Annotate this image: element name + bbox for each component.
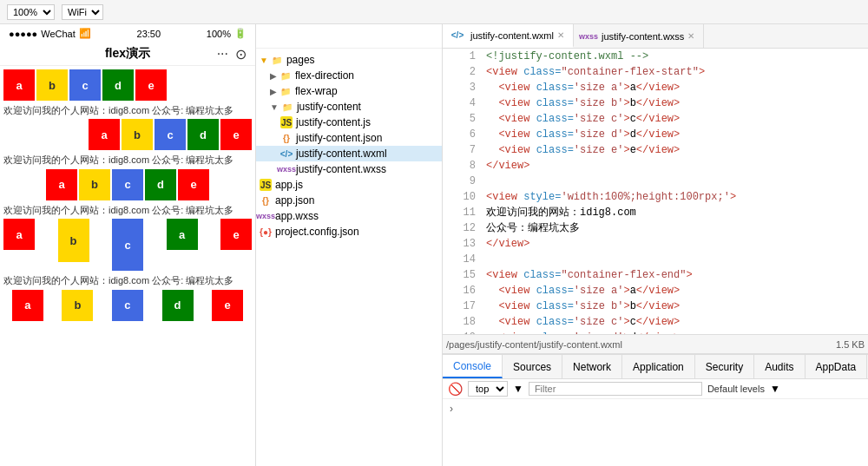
tree-item-jc-json[interactable]: {} justify-content.json: [256, 130, 442, 146]
stop-icon[interactable]: 🚫: [448, 382, 463, 396]
devtools-tab-appdata[interactable]: AppData: [806, 355, 868, 378]
box-b-5: b: [62, 290, 93, 321]
box-e-2: e: [220, 119, 252, 150]
tree-label-flex-dir: flex-direction: [295, 69, 354, 82]
bottom-file-size: 1.5 KB: [836, 339, 865, 350]
wifi-select[interactable]: WiFi: [62, 4, 103, 20]
box-c-2: c: [155, 119, 186, 150]
default-levels-arrow[interactable]: ▼: [770, 383, 780, 395]
folder-icon-jc: 📁: [281, 101, 293, 113]
line-content-12: 公众号：编程坑太多: [486, 220, 861, 236]
tree-item-jc-wxss[interactable]: wxss justify-content.wxss: [256, 161, 442, 177]
js-icon-jc: JS: [280, 116, 293, 128]
devtools-tab-application[interactable]: Application: [622, 355, 695, 378]
tree-label-projectconfig: project.config.json: [275, 226, 359, 238]
tree-item-appwxss[interactable]: wxss app.wxss: [256, 208, 442, 224]
tree-label-pages: pages: [286, 54, 315, 66]
code-editor[interactable]: 1<!justify-content.wxml -->2<view class=…: [443, 49, 868, 334]
box-e-1: e: [135, 69, 167, 101]
code-line-13: 13</view>: [443, 236, 868, 252]
flex-row-end: a b c d e: [3, 119, 252, 150]
tab-wxml[interactable]: </> justify-content.wxml ✕: [443, 24, 574, 48]
zoom-select[interactable]: 100%: [7, 4, 55, 20]
tree-label-jc-wxss: justify-content.wxss: [296, 163, 386, 175]
code-line-1: 1<!justify-content.wxml -->: [443, 49, 868, 64]
flex-row-center: a b c d e: [3, 169, 252, 200]
line-number-11: 11: [450, 205, 476, 220]
tree-label-appjson: app.json: [275, 194, 314, 207]
section-text-1: 欢迎访问我的个人网站：idig8.com 公众号: 编程坑太多: [3, 102, 252, 119]
line-content-6: <view class='size d'>d</view>: [486, 127, 861, 142]
code-line-4: 4 <view class='size b'>b</view>: [443, 95, 868, 111]
line-number-13: 13: [450, 236, 476, 252]
tree-item-jc-wxml[interactable]: </> justify-content.wxml: [256, 146, 442, 161]
tree-label-jc-json: justify-content.json: [296, 132, 382, 144]
zoom-control[interactable]: 100%: [7, 4, 55, 20]
tab-wxss-label: justify-content.wxss: [602, 31, 684, 42]
tree-item-flex-direction[interactable]: ▶ 📁 flex-direction: [256, 68, 442, 83]
devtools-content: 🚫 top ▼ Default levels ▼ ›: [443, 379, 868, 466]
tree-item-appjson[interactable]: {} app.json: [256, 193, 442, 208]
devtools-panel: Console Sources Network Application Secu…: [443, 353, 868, 466]
context-select[interactable]: top: [468, 381, 508, 397]
box-a-3: a: [46, 169, 77, 200]
box-c-3: c: [112, 169, 143, 200]
tree-item-pages[interactable]: ▼ 📁 pages: [256, 52, 442, 68]
nav-title: flex演示: [105, 46, 150, 62]
devtools-tab-network[interactable]: Network: [562, 355, 622, 378]
code-line-10: 10<view style='width:100%;height:100rpx;…: [443, 189, 868, 205]
box-d-1: d: [102, 69, 134, 101]
tree-item-jc-js[interactable]: JS justify-content.js: [256, 115, 442, 130]
devtools-tab-console[interactable]: Console: [443, 355, 503, 378]
tab-wxss-close[interactable]: ✕: [687, 31, 694, 41]
tree-item-appjs[interactable]: JS app.js: [256, 177, 442, 193]
expand-icon-pages: ▼: [260, 56, 268, 65]
code-line-7: 7 <view class='size e'>e</view>: [443, 142, 868, 158]
nav-more-btn[interactable]: ···: [217, 46, 228, 62]
devtools-tab-sources[interactable]: Sources: [503, 355, 562, 378]
json-icon-app: {}: [260, 194, 272, 207]
wxss-tab-icon: wxss: [582, 30, 595, 43]
box-a-1: a: [3, 69, 35, 101]
section-text-3: 欢迎访问我的个人网站：idig8.com 公众号: 编程坑太多: [3, 202, 252, 219]
bottom-status-bar: /pages/justify-content/justify-content.w…: [443, 334, 868, 353]
tree-label-appwxss: app.wxss: [275, 210, 319, 222]
line-number-8: 8: [450, 158, 476, 174]
file-panel-toolbar: [256, 24, 442, 49]
nav-close-btn[interactable]: ⊙: [235, 46, 247, 62]
wifi-control[interactable]: WiFi: [62, 4, 103, 20]
bottom-file-path: /pages/justify-content/justify-content.w…: [446, 339, 836, 350]
wxss-icon-jc: wxss: [280, 163, 293, 175]
tab-wxss[interactable]: wxss justify-content.wxss ✕: [574, 24, 704, 48]
code-line-2: 2<view class="container-flex-start">: [443, 64, 868, 80]
code-line-15: 15<view class="container-flex-end">: [443, 267, 868, 283]
devtools-tab-audits[interactable]: Audits: [754, 355, 805, 378]
folder-icon-flex-wrap: 📁: [279, 85, 292, 97]
code-line-6: 6 <view class='size d'>d</view>: [443, 127, 868, 142]
tree-item-projectconfig[interactable]: {●} project.config.json: [256, 224, 442, 240]
wxml-tab-icon: </>: [451, 30, 464, 42]
tree-item-justify-content[interactable]: ▼ 📁 justify-content: [256, 99, 442, 115]
line-number-5: 5: [450, 111, 476, 127]
phone-panel: ●●●●● WeChat 📶 23:50 100% 🔋 flex演示 ··· ⊙…: [0, 24, 256, 466]
tree-item-flex-wrap[interactable]: ▶ 📁 flex-wrap: [256, 83, 442, 99]
line-number-16: 16: [450, 283, 476, 299]
line-content-17: <view class='size b'>b</view>: [486, 299, 861, 314]
line-content-16: <view class='size a'>a</view>: [486, 283, 861, 299]
line-content-3: <view class='size a'>a</view>: [486, 80, 861, 95]
code-line-16: 16 <view class='size a'>a</view>: [443, 283, 868, 299]
line-number-6: 6: [450, 127, 476, 142]
section-text-2: 欢迎访问我的个人网站：idig8.com 公众号: 编程坑太多: [3, 152, 252, 168]
line-number-2: 2: [450, 64, 476, 80]
main-area: ●●●●● WeChat 📶 23:50 100% 🔋 flex演示 ··· ⊙…: [0, 24, 868, 466]
tree-label-appjs: app.js: [275, 179, 303, 191]
flex-row-between: a b c a e: [3, 219, 252, 271]
phone-status-right: 100% 🔋: [207, 28, 247, 39]
box-e-5: e: [212, 290, 243, 321]
line-number-12: 12: [450, 220, 476, 236]
devtools-tab-security[interactable]: Security: [695, 355, 754, 378]
tree-label-jc-js: justify-content.js: [296, 116, 371, 128]
filter-input[interactable]: [529, 382, 702, 396]
box-c-1: c: [69, 69, 101, 101]
tab-wxml-close[interactable]: ✕: [557, 30, 564, 40]
